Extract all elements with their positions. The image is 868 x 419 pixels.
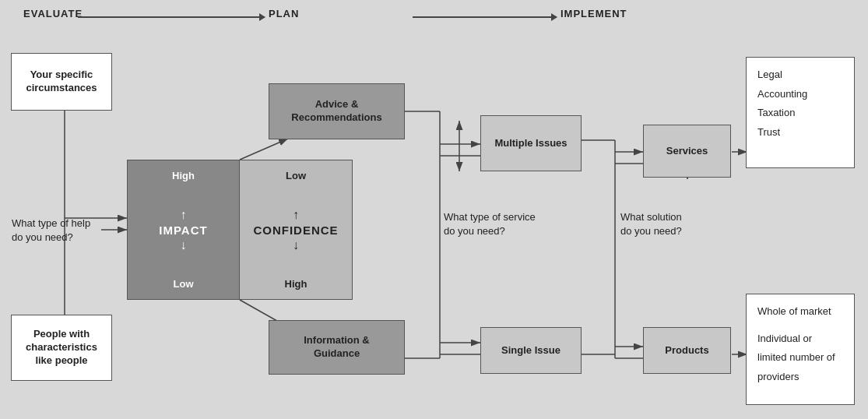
people-characteristics-box: People with characteristics like people xyxy=(11,315,112,381)
matrix-confidence: Low ↑ CONFIDENCE ↓ High xyxy=(240,160,353,300)
what-type-service-text: What type of service do you need? xyxy=(444,211,536,237)
confidence-low-label: Low xyxy=(286,170,306,181)
services-list-taxation: Taxation xyxy=(757,104,843,123)
information-box: Information & Guidance xyxy=(269,320,405,375)
products-box: Products xyxy=(643,327,731,374)
products-list-individual: Individual or limited number of provider… xyxy=(757,329,843,387)
what-type-help-text: What type of help do you need? xyxy=(12,217,90,243)
multiple-issues-box: Multiple Issues xyxy=(480,115,582,171)
impact-label: IMPACT xyxy=(159,224,207,237)
phase-plan: PLAN xyxy=(269,8,299,19)
matrix-impact: High ↑ IMPACT ↓ Low xyxy=(127,160,240,300)
confidence-arrow: ↑ CONFIDENCE ↓ xyxy=(253,208,338,252)
phase-implement: IMPLEMENT xyxy=(561,8,627,19)
what-type-help-label: What type of help do you need? xyxy=(12,217,90,245)
arrow-evaluate-plan xyxy=(78,16,265,18)
confidence-label: CONFIDENCE xyxy=(253,224,338,237)
advice-box: Advice & Recommendations xyxy=(269,83,405,139)
services-list-box: Legal Accounting Taxation Trust xyxy=(746,57,855,168)
what-solution-text: What solution do you need? xyxy=(620,211,682,237)
products-list-box: Whole of market Individual or limited nu… xyxy=(746,294,855,405)
services-label: Services xyxy=(666,145,708,158)
multiple-issues-label: Multiple Issues xyxy=(494,137,567,150)
information-label: Information & Guidance xyxy=(304,334,370,361)
services-list-trust: Trust xyxy=(757,123,843,143)
products-list-whole: Whole of market xyxy=(757,302,843,322)
impact-low-label: Low xyxy=(174,278,194,290)
services-list-accounting: Accounting xyxy=(757,85,843,104)
what-type-service-label: What type of service do you need? xyxy=(444,210,537,238)
impact-arrow: ↑ IMPACT ↓ xyxy=(159,208,207,252)
what-solution-label: What solution do you need? xyxy=(620,210,710,238)
single-issue-label: Single Issue xyxy=(501,344,561,357)
confidence-high-label: High xyxy=(285,278,307,290)
your-circumstances-box: Your specific circumstances xyxy=(11,53,112,111)
phase-evaluate: EVALUATE xyxy=(23,8,83,19)
services-box: Services xyxy=(643,125,731,178)
diagram-container: EVALUATE PLAN IMPLEMENT xyxy=(0,0,868,419)
services-list-legal: Legal xyxy=(757,65,843,85)
impact-high-label: High xyxy=(172,170,195,181)
single-issue-box: Single Issue xyxy=(480,327,582,374)
arrow-plan-implement xyxy=(413,16,557,18)
products-label: Products xyxy=(665,344,708,357)
your-circumstances-label: Your specific circumstances xyxy=(12,69,111,95)
people-characteristics-label: People with characteristics like people xyxy=(26,328,97,368)
advice-label: Advice & Recommendations xyxy=(291,98,381,125)
svg-line-7 xyxy=(240,139,288,160)
